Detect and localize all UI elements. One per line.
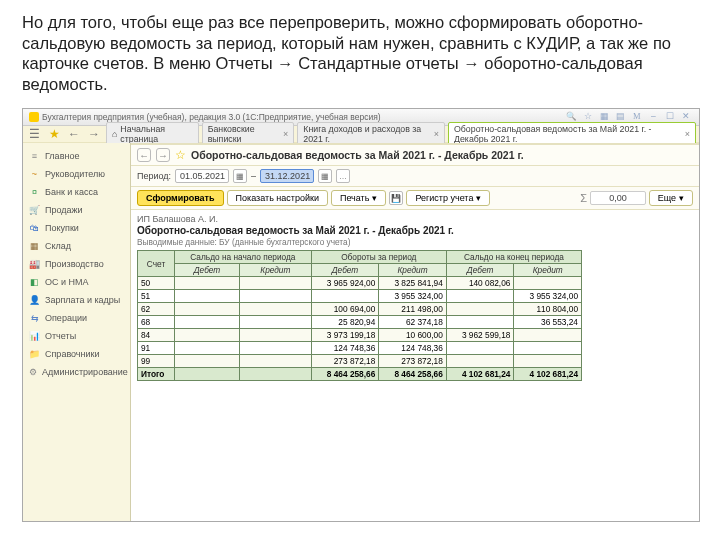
table-row[interactable]: 91124 748,36124 748,36	[138, 342, 582, 355]
restore-icon[interactable]: ☐	[664, 111, 676, 123]
period-select-icon[interactable]: …	[336, 169, 350, 183]
doc-back-icon[interactable]: ←	[137, 148, 151, 162]
sidebar-item[interactable]: ⇆Операции	[23, 309, 130, 327]
minus-icon[interactable]: –	[647, 111, 659, 123]
sidebar-icon: 🛒	[29, 205, 40, 215]
tab-close-icon[interactable]: ×	[283, 129, 288, 139]
th-start: Сальдо на начало периода	[175, 251, 312, 264]
sidebar-item[interactable]: 📁Справочники	[23, 345, 130, 363]
print-button[interactable]: Печать▾	[331, 190, 386, 206]
period-bar: Период: 01.05.2021 ▦ – 31.12.2021 ▦ …	[131, 166, 699, 187]
doc-fwd-icon[interactable]: →	[156, 148, 170, 162]
table-row[interactable]: 503 965 924,003 825 841,94140 082,06	[138, 277, 582, 290]
sidebar-icon: ⚙	[29, 367, 37, 377]
sidebar-icon: 🏭	[29, 259, 40, 269]
action-bar: Сформировать Показать настройки Печать▾ …	[131, 187, 699, 210]
sidebar-icon: 🛍	[29, 223, 40, 233]
sidebar-item[interactable]: ⚙Администрирование	[23, 363, 130, 381]
report-org: ИП Балашова А. И.	[137, 214, 693, 224]
table-total-row: Итого8 464 258,668 464 258,664 102 681,2…	[138, 368, 582, 381]
report-body: ИП Балашова А. И. Оборотно-сальдовая вед…	[131, 210, 699, 385]
report-area: ← → ☆ Оборотно-сальдовая ведомость за Ма…	[131, 143, 699, 521]
sidebar-icon: ¤	[29, 187, 40, 197]
period-label: Период:	[137, 171, 171, 181]
sidebar-item[interactable]: ▦Склад	[23, 237, 130, 255]
date-to[interactable]: 31.12.2021	[260, 169, 314, 183]
show-settings-button[interactable]: Показать настройки	[227, 190, 328, 206]
table-row[interactable]: 6825 820,9462 374,1836 553,24	[138, 316, 582, 329]
nav-fwd-icon[interactable]: →	[86, 126, 102, 142]
sidebar-icon: ~	[29, 169, 40, 179]
sidebar-icon: ▦	[29, 241, 40, 251]
report-title: Оборотно-сальдовая ведомость за Май 2021…	[137, 225, 693, 236]
sidebar-item[interactable]: ≡Главное	[23, 147, 130, 165]
doc-header: ← → ☆ Оборотно-сальдовая ведомость за Ма…	[131, 145, 699, 166]
star-icon[interactable]: ★	[46, 126, 62, 142]
sum-icon: Σ	[580, 192, 587, 204]
nav-sidebar: ≡Главное~Руководителю¤Банк и касса🛒Прода…	[23, 143, 131, 521]
calc-icon[interactable]: ▤	[615, 111, 627, 123]
sidebar-icon: 👤	[29, 295, 40, 305]
table-row[interactable]: 62100 694,00211 498,00110 804,00	[138, 303, 582, 316]
report-subtitle: Выводимые данные: БУ (данные бухгалтерск…	[137, 237, 693, 247]
sidebar-item[interactable]: 🛒Продажи	[23, 201, 130, 219]
sidebar-item[interactable]: ¤Банк и касса	[23, 183, 130, 201]
date-to-picker-icon[interactable]: ▦	[318, 169, 332, 183]
table-row[interactable]: 99273 872,18273 872,18	[138, 355, 582, 368]
sidebar-item[interactable]: 🛍Покупки	[23, 219, 130, 237]
th-account: Счет	[138, 251, 175, 277]
bell-icon[interactable]: ☆	[582, 111, 594, 123]
instruction-text: Но для того, чтобы еще раз все перепрове…	[22, 12, 712, 95]
doc-title: Оборотно-сальдовая ведомость за Май 2021…	[191, 149, 524, 161]
sidebar-item[interactable]: 📊Отчеты	[23, 327, 130, 345]
th-turn: Обороты за период	[311, 251, 446, 264]
sidebar-item[interactable]: 👤Зарплата и кадры	[23, 291, 130, 309]
sidebar-icon: ⇆	[29, 313, 40, 323]
form-button[interactable]: Сформировать	[137, 190, 224, 206]
nav-back-icon[interactable]: ←	[66, 126, 82, 142]
save-icon[interactable]: 💾	[389, 191, 403, 205]
sidebar-item[interactable]: ◧ОС и НМА	[23, 273, 130, 291]
table-row[interactable]: 513 955 324,003 955 324,00	[138, 290, 582, 303]
sidebar-icon: 📊	[29, 331, 40, 341]
date-from[interactable]: 01.05.2021	[175, 169, 229, 183]
sidebar-item[interactable]: ~Руководителю	[23, 165, 130, 183]
close-icon[interactable]: ✕	[680, 111, 692, 123]
sidebar-icon: 📁	[29, 349, 40, 359]
register-button[interactable]: Регистр учета▾	[406, 190, 490, 206]
more-button[interactable]: Еще▾	[649, 190, 693, 206]
grid-icon[interactable]: ▦	[598, 111, 610, 123]
search-icon[interactable]: 🔍	[565, 111, 577, 123]
tab-bar: ☰ ★ ← → ⌂Начальная страницаБанковские вы…	[23, 126, 699, 143]
tab-close-icon[interactable]: ×	[434, 129, 439, 139]
hamburger-icon[interactable]: ☰	[26, 126, 42, 142]
tab-close-icon[interactable]: ×	[685, 129, 690, 139]
home-icon: ⌂	[112, 129, 117, 139]
balance-table: Счет Сальдо на начало периода Обороты за…	[137, 250, 582, 381]
table-row[interactable]: 843 973 199,1810 600,003 962 599,18	[138, 329, 582, 342]
app-logo-icon	[29, 112, 39, 122]
date-from-picker-icon[interactable]: ▦	[233, 169, 247, 183]
sum-value: 0,00	[590, 191, 646, 205]
sidebar-item[interactable]: 🏭Производство	[23, 255, 130, 273]
doc-star-icon[interactable]: ☆	[175, 148, 186, 162]
app-window: Бухгалтерия предприятия (учебная), редак…	[22, 108, 700, 522]
m-icon[interactable]: M	[631, 111, 643, 123]
th-end: Сальдо на конец периода	[446, 251, 581, 264]
sidebar-icon: ≡	[29, 151, 40, 161]
window-title: Бухгалтерия предприятия (учебная), редак…	[42, 112, 381, 122]
sidebar-icon: ◧	[29, 277, 40, 287]
